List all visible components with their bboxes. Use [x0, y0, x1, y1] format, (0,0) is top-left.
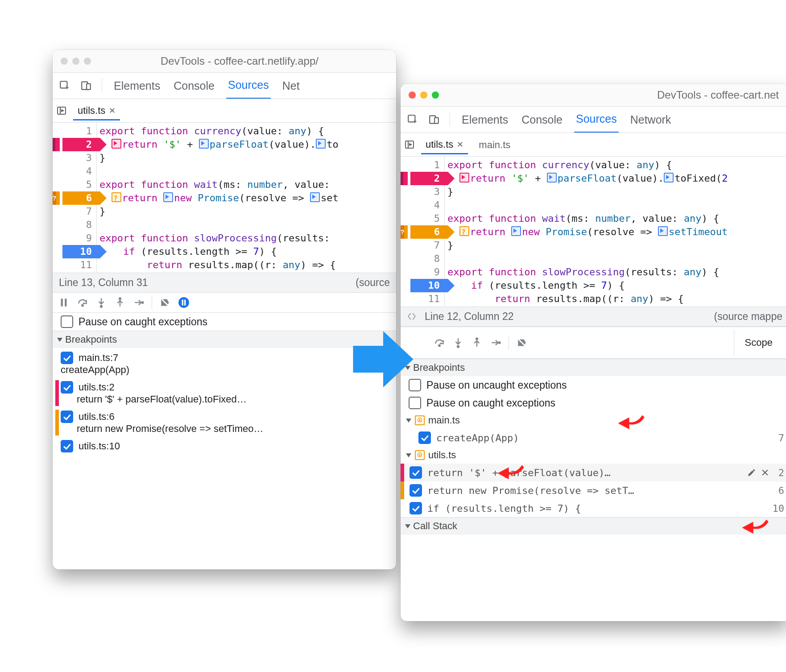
bp-group-header[interactable]: ⦿ utils.ts	[401, 447, 786, 464]
deactivate-bp-icon[interactable]	[516, 337, 528, 348]
svg-rect-11	[182, 300, 183, 306]
tab-elements[interactable]: Elements	[460, 107, 510, 133]
bp-marker-icon[interactable]	[547, 173, 557, 183]
step-out-icon[interactable]	[471, 337, 483, 348]
pause-uncaught-label: Pause on uncaught exceptions	[426, 379, 567, 391]
checkbox[interactable]	[61, 315, 73, 328]
checkbox[interactable]	[61, 352, 73, 364]
gutter-stripes: ?	[401, 157, 411, 307]
tab-sources[interactable]: Sources	[226, 73, 271, 99]
logpoint-icon[interactable]	[112, 139, 121, 149]
step-over-icon[interactable]	[434, 337, 445, 348]
breakpoint-item[interactable]: createApp(App) 7	[401, 429, 786, 447]
close-dot[interactable]	[409, 91, 416, 99]
pause-on-caught-row[interactable]: Pause on caught exceptions	[401, 394, 786, 412]
bp-marker-icon[interactable]	[664, 173, 674, 183]
line-numbers[interactable]: 1 2 3 4 5 6 7 8 9 10 11	[411, 157, 445, 307]
deactivate-bp-icon[interactable]	[159, 297, 171, 308]
status-bar: Line 12, Column 22 (source mappe	[401, 307, 786, 327]
checkbox[interactable]	[61, 381, 73, 394]
checkbox[interactable]	[61, 411, 73, 423]
pause-exceptions-icon[interactable]	[178, 297, 190, 308]
file-tab-label: main.ts	[479, 139, 510, 151]
checkbox[interactable]	[409, 397, 421, 409]
cursor-position: Line 12, Column 22	[425, 311, 513, 323]
checkbox[interactable]	[410, 466, 422, 479]
breakpoint-item[interactable]: utils.ts:10	[53, 436, 396, 454]
bp-marker-icon[interactable]	[199, 139, 209, 149]
close-icon[interactable]: ✕	[457, 140, 463, 149]
bp-marker-icon[interactable]	[163, 192, 173, 202]
device-icon[interactable]	[428, 114, 440, 125]
line-numbers[interactable]: 1 2 3 4 5 6 7 8 9 10 11	[63, 123, 97, 273]
device-icon[interactable]	[80, 80, 92, 91]
devtools-top-tabs: Elements Console Sources Network	[401, 107, 786, 133]
bp-marker-icon[interactable]	[310, 192, 320, 202]
min-dot[interactable]	[420, 91, 427, 99]
checkbox[interactable]	[410, 502, 422, 514]
pause-on-caught-row[interactable]: Pause on caught exceptions	[53, 313, 396, 331]
navigator-toggle-icon[interactable]	[404, 139, 415, 150]
code-lines[interactable]: export function currency(value: any) { r…	[445, 157, 786, 307]
navigator-toggle-icon[interactable]	[56, 105, 67, 116]
step-into-icon[interactable]	[452, 337, 464, 348]
checkbox[interactable]	[410, 484, 422, 497]
conditional-bp-icon[interactable]	[459, 226, 469, 236]
logpoint-icon[interactable]	[459, 173, 469, 183]
close-dot[interactable]	[61, 58, 68, 65]
breakpoint-item[interactable]: return '$' + parseFloat(value)… 2	[401, 464, 786, 481]
file-tab-main[interactable]: main.ts	[474, 136, 515, 153]
breakpoints-header[interactable]: Breakpoints	[53, 331, 396, 348]
tab-sources[interactable]: Sources	[574, 107, 619, 133]
delete-icon[interactable]	[761, 468, 769, 477]
code-editor[interactable]: ? 1 2 3 4 5 6 7 8 9 10 11 export functio…	[401, 157, 786, 307]
pause-icon[interactable]	[58, 297, 70, 308]
tab-scope[interactable]: Scope	[734, 330, 783, 356]
breakpoint-item[interactable]: return new Promise(resolve => setT… 6	[401, 481, 786, 499]
edit-icon[interactable]	[747, 468, 756, 477]
tab-console[interactable]: Console	[520, 107, 564, 133]
file-tab-utils[interactable]: utils.ts ✕	[73, 101, 120, 120]
inspect-icon[interactable]	[59, 80, 70, 91]
bp-marker-icon[interactable]	[658, 226, 668, 236]
breakpoint-item[interactable]: if (results.length >= 7) { 10	[401, 499, 786, 517]
tab-network[interactable]: Net	[281, 73, 302, 99]
tab-elements[interactable]: Elements	[112, 73, 162, 99]
step-into-icon[interactable]	[95, 297, 107, 308]
code-lines[interactable]: export function currency(value: any) { r…	[97, 123, 396, 273]
tab-console[interactable]: Console	[172, 73, 216, 99]
svg-point-20	[499, 342, 500, 343]
min-dot[interactable]	[72, 58, 79, 65]
pretty-print-icon[interactable]	[407, 312, 417, 322]
checkbox[interactable]	[418, 431, 431, 444]
bp-marker-icon[interactable]	[316, 139, 326, 149]
bp-stripe	[401, 464, 404, 481]
inspect-icon[interactable]	[407, 114, 418, 125]
file-tab-utils[interactable]: utils.ts ✕	[421, 135, 468, 154]
max-dot[interactable]	[432, 91, 439, 99]
checkbox[interactable]	[61, 440, 73, 452]
max-dot[interactable]	[84, 58, 91, 65]
devtools-window-right: DevTools - coffee-cart.net Elements Cons…	[401, 84, 786, 621]
window-title: DevTools - coffee-cart.net	[439, 89, 781, 101]
step-over-icon[interactable]	[77, 297, 88, 308]
sourcemap-hint: (source	[356, 277, 390, 289]
gutter-stripes: ?	[53, 123, 63, 273]
step-out-icon[interactable]	[114, 297, 126, 308]
close-icon[interactable]: ✕	[109, 106, 116, 116]
bp-group-header[interactable]: ⦿ main.ts	[401, 412, 786, 429]
breakpoint-item[interactable]: utils.ts:2 return '$' + parseFloat(value…	[53, 377, 396, 407]
pause-on-uncaught-row[interactable]: Pause on uncaught exceptions	[401, 376, 786, 394]
breakpoint-item[interactable]: main.ts:7 createApp(App)	[53, 348, 396, 377]
code-editor[interactable]: ? 1 2 3 4 5 6 7 8 9 10 11 export functio…	[53, 123, 396, 273]
tab-network[interactable]: Network	[629, 107, 673, 133]
bp-marker-icon[interactable]	[511, 226, 521, 236]
callstack-header[interactable]: Call Stack	[401, 518, 786, 535]
step-icon[interactable]	[133, 297, 145, 308]
svg-point-6	[82, 305, 83, 306]
step-icon[interactable]	[490, 337, 501, 348]
ts-file-icon: ⦿	[415, 415, 425, 425]
breakpoints-header[interactable]: Breakpoints	[401, 359, 786, 376]
breakpoint-item[interactable]: utils.ts:6 return new Promise(resolve =>…	[53, 407, 396, 436]
conditional-bp-icon[interactable]	[112, 192, 121, 202]
